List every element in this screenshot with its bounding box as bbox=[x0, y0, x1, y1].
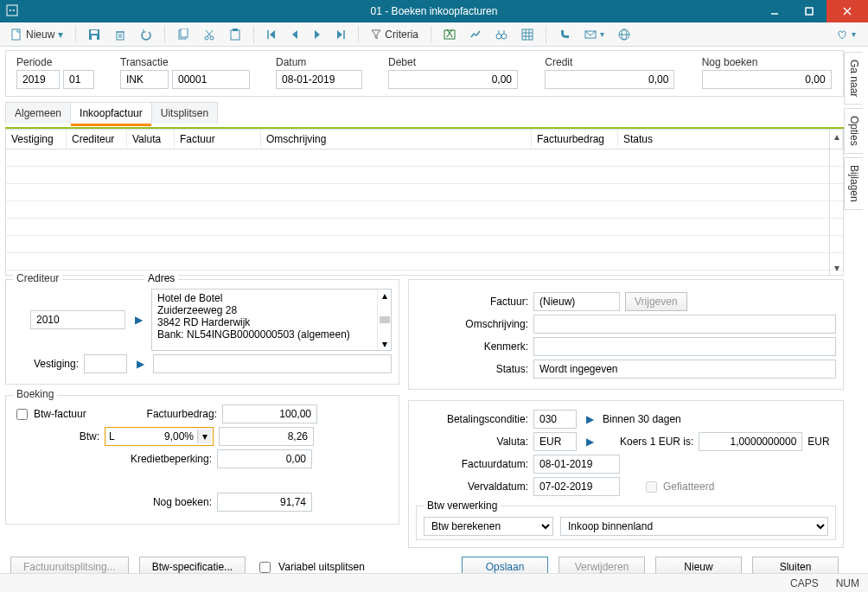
nieuw-button[interactable]: Nieuw ▾ bbox=[5, 26, 68, 43]
col-crediteur[interactable]: Crediteur bbox=[67, 130, 127, 149]
btw-mode-select[interactable]: Btw berekenen bbox=[424, 517, 553, 536]
status-display: Wordt ingegeven bbox=[533, 360, 836, 379]
new-doc-icon bbox=[10, 29, 22, 41]
koers-input[interactable] bbox=[699, 432, 802, 451]
svg-point-32 bbox=[496, 34, 501, 39]
debet-label: Debet bbox=[388, 56, 519, 68]
favorite-icon[interactable]: ▾ bbox=[831, 26, 861, 43]
variabel-uitsplitsen-checkbox[interactable] bbox=[259, 562, 271, 573]
phone-icon[interactable] bbox=[553, 26, 576, 43]
vestiging-name-display bbox=[153, 354, 392, 373]
scroll-up-icon[interactable]: ▴ bbox=[830, 130, 843, 143]
minimize-button[interactable] bbox=[757, 0, 792, 22]
valuta-lookup-icon[interactable]: ▶ bbox=[582, 432, 597, 451]
binoculars-icon[interactable] bbox=[490, 26, 513, 43]
periode-year-input[interactable]: 2019 bbox=[16, 70, 60, 89]
btw-select[interactable]: L 9,00% ▾ bbox=[105, 427, 214, 446]
factuurdatum-input[interactable] bbox=[533, 455, 620, 474]
btw-factuur-checkbox[interactable] bbox=[16, 409, 28, 420]
btw-scope-select[interactable]: Inkoop binnenland bbox=[560, 517, 828, 536]
nav-last-icon[interactable] bbox=[330, 27, 351, 42]
caps-indicator: CAPS bbox=[790, 577, 819, 589]
btw-label: Btw: bbox=[13, 430, 99, 442]
maximize-button[interactable] bbox=[792, 0, 827, 22]
crediteur-group: Crediteur Adres ▶ Hotel de Botel Zuiderz… bbox=[5, 279, 399, 385]
save-icon[interactable] bbox=[83, 26, 105, 43]
status-label: Status: bbox=[416, 363, 528, 375]
chart-icon[interactable] bbox=[464, 26, 487, 43]
datum-input[interactable]: 08-01-2019 bbox=[276, 70, 362, 89]
betalingsconditie-code-input[interactable] bbox=[533, 410, 577, 429]
paste-icon[interactable] bbox=[224, 26, 246, 43]
adres-legend: Adres bbox=[144, 272, 178, 284]
transactie-type-input[interactable]: INK bbox=[120, 70, 169, 89]
col-factuurbedrag[interactable]: Factuurbedrag bbox=[532, 130, 618, 149]
criteria-button[interactable]: Criteria bbox=[366, 26, 424, 43]
factuurdatum-label: Factuurdatum: bbox=[416, 458, 528, 470]
adres-display: Hotel de Botel Zuiderzeeweg 28 3842 RD H… bbox=[151, 289, 392, 351]
btw-amount-input[interactable] bbox=[219, 427, 314, 446]
col-vestiging[interactable]: Vestiging bbox=[6, 130, 67, 149]
omschrijving-input[interactable] bbox=[533, 315, 836, 334]
grid-icon[interactable] bbox=[516, 26, 539, 43]
kredietbeperking-input[interactable] bbox=[217, 449, 312, 468]
col-omschrijving[interactable]: Omschrijving bbox=[261, 130, 532, 149]
vestiging-lookup-icon[interactable]: ▶ bbox=[132, 354, 148, 373]
svg-point-2 bbox=[13, 10, 15, 11]
svg-marker-29 bbox=[372, 30, 380, 39]
titlebar: 01 - Boeken inkoopfacturen bbox=[0, 0, 868, 22]
vervaldatum-label: Vervaldatum: bbox=[416, 481, 528, 493]
nav-prev-icon[interactable] bbox=[285, 27, 304, 42]
nav-next-icon[interactable] bbox=[308, 27, 327, 42]
scroll-down-icon[interactable]: ▾ bbox=[830, 261, 843, 275]
kenmerk-input[interactable] bbox=[533, 337, 836, 356]
close-button[interactable] bbox=[827, 0, 868, 22]
tab-uitsplitsen[interactable]: Uitsplitsen bbox=[151, 102, 218, 124]
chevron-down-icon[interactable]: ▾ bbox=[197, 430, 211, 443]
grid-scrollbar[interactable]: ▴ ▾ bbox=[829, 130, 843, 275]
col-valuta[interactable]: Valuta bbox=[127, 130, 175, 149]
excel-icon[interactable]: X bbox=[438, 26, 461, 43]
betalingsconditie-lookup-icon[interactable]: ▶ bbox=[582, 410, 597, 429]
nog-boeken-display: 0,00 bbox=[702, 70, 832, 89]
undo-icon[interactable] bbox=[135, 26, 157, 43]
crediteur-code-input[interactable] bbox=[30, 310, 125, 329]
svg-marker-24 bbox=[270, 30, 275, 39]
sidetab-ga-naar[interactable]: Ga naar bbox=[844, 52, 863, 105]
col-status[interactable]: Status bbox=[618, 130, 843, 149]
svg-point-33 bbox=[501, 34, 507, 39]
credit-display: 0,00 bbox=[545, 70, 674, 89]
invoice-grid[interactable]: Vestiging Crediteur Valuta Factuur Omsch… bbox=[5, 129, 844, 276]
transactie-nr-input[interactable]: 00001 bbox=[172, 70, 250, 89]
nog-boeken-label: Nog boeken bbox=[702, 56, 833, 68]
delete-icon[interactable] bbox=[109, 26, 131, 43]
betalingsconditie-label: Betalingsconditie: bbox=[416, 413, 528, 425]
tab-inkoopfactuur[interactable]: Inkoopfactuur bbox=[70, 102, 152, 124]
adres-line: Bank: NL54INGB0000000503 (algemeen) bbox=[157, 328, 373, 341]
vervaldatum-input[interactable] bbox=[533, 477, 620, 496]
tab-algemeen[interactable]: Algemeen bbox=[5, 102, 71, 124]
svg-rect-9 bbox=[91, 30, 98, 34]
factuurbedrag-input[interactable] bbox=[222, 404, 317, 423]
vestiging-input[interactable] bbox=[84, 354, 127, 373]
valuta-input[interactable] bbox=[533, 432, 577, 451]
svg-point-18 bbox=[210, 36, 214, 40]
col-factuur[interactable]: Factuur bbox=[175, 130, 261, 149]
globe-icon[interactable] bbox=[613, 26, 635, 43]
copy-icon[interactable] bbox=[172, 26, 195, 43]
sidetab-opties[interactable]: Opties bbox=[844, 108, 863, 154]
adres-scrollbar[interactable]: ▴▾ bbox=[377, 290, 391, 350]
grid-body[interactable] bbox=[6, 150, 843, 271]
cut-icon[interactable] bbox=[198, 26, 220, 43]
window-controls bbox=[757, 0, 868, 22]
svg-marker-26 bbox=[315, 30, 320, 39]
crediteur-lookup-icon[interactable]: ▶ bbox=[131, 310, 146, 329]
variabel-uitsplitsen-label: Variabel uitsplitsen bbox=[278, 561, 365, 573]
mail-icon[interactable]: ▾ bbox=[579, 26, 610, 43]
periode-month-input[interactable]: 01 bbox=[63, 70, 94, 89]
sidetab-bijlagen[interactable]: Bijlagen bbox=[844, 157, 863, 210]
svg-rect-16 bbox=[181, 29, 188, 37]
vrijgeven-button[interactable]: Vrijgeven bbox=[625, 292, 687, 311]
adres-line: Hotel de Botel bbox=[157, 292, 373, 304]
nav-first-icon[interactable] bbox=[261, 27, 282, 42]
